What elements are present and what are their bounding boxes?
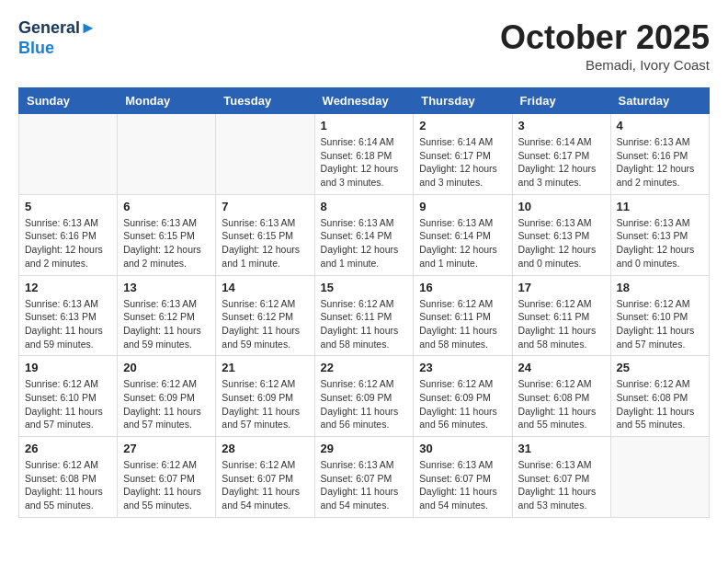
cell-info: Sunrise: 6:12 AM Sunset: 6:09 PM Dayligh… xyxy=(123,377,210,431)
calendar-cell: 1Sunrise: 6:14 AM Sunset: 6:18 PM Daylig… xyxy=(314,114,414,195)
cell-info: Sunrise: 6:12 AM Sunset: 6:11 PM Dayligh… xyxy=(518,297,605,351)
day-number: 16 xyxy=(419,281,506,294)
day-number: 8 xyxy=(321,200,408,213)
cell-info: Sunrise: 6:13 AM Sunset: 6:07 PM Dayligh… xyxy=(321,458,408,512)
calendar-cell: 16Sunrise: 6:12 AM Sunset: 6:11 PM Dayli… xyxy=(414,275,512,356)
cell-info: Sunrise: 6:12 AM Sunset: 6:09 PM Dayligh… xyxy=(222,377,308,431)
day-number: 29 xyxy=(321,442,408,455)
day-number: 30 xyxy=(419,442,506,455)
calendar-cell: 3Sunrise: 6:14 AM Sunset: 6:17 PM Daylig… xyxy=(512,114,610,195)
page-header: General► Blue October 2025 Bemadi, Ivory… xyxy=(18,18,710,73)
cell-info: Sunrise: 6:13 AM Sunset: 6:14 PM Dayligh… xyxy=(419,216,506,270)
day-number: 9 xyxy=(419,200,506,213)
header-tuesday: Tuesday xyxy=(216,88,314,114)
location: Bemadi, Ivory Coast xyxy=(500,57,710,73)
calendar-cell xyxy=(19,114,118,195)
week-row-5: 26Sunrise: 6:12 AM Sunset: 6:08 PM Dayli… xyxy=(19,437,710,518)
month-title: October 2025 xyxy=(500,18,710,57)
cell-info: Sunrise: 6:13 AM Sunset: 6:07 PM Dayligh… xyxy=(518,458,605,512)
cell-info: Sunrise: 6:12 AM Sunset: 6:10 PM Dayligh… xyxy=(25,377,111,431)
day-number: 19 xyxy=(25,361,111,374)
day-number: 1 xyxy=(321,119,408,132)
day-number: 22 xyxy=(321,361,408,374)
calendar-cell: 29Sunrise: 6:13 AM Sunset: 6:07 PM Dayli… xyxy=(314,437,414,518)
day-number: 26 xyxy=(25,442,111,455)
day-number: 3 xyxy=(518,119,605,132)
cell-info: Sunrise: 6:14 AM Sunset: 6:17 PM Dayligh… xyxy=(419,135,506,190)
day-number: 6 xyxy=(123,200,210,213)
calendar-cell: 30Sunrise: 6:13 AM Sunset: 6:07 PM Dayli… xyxy=(414,437,512,518)
day-number: 27 xyxy=(123,442,210,455)
calendar-cell: 14Sunrise: 6:12 AM Sunset: 6:12 PM Dayli… xyxy=(216,275,314,356)
day-number: 17 xyxy=(518,281,605,294)
day-number: 21 xyxy=(222,361,308,374)
calendar-cell: 23Sunrise: 6:12 AM Sunset: 6:09 PM Dayli… xyxy=(414,356,512,437)
day-number: 24 xyxy=(518,361,605,374)
day-number: 10 xyxy=(518,200,605,213)
logo: General► Blue xyxy=(18,18,97,58)
day-number: 20 xyxy=(123,361,210,374)
day-number: 15 xyxy=(321,281,408,294)
calendar-cell: 4Sunrise: 6:13 AM Sunset: 6:16 PM Daylig… xyxy=(610,114,709,195)
cell-info: Sunrise: 6:13 AM Sunset: 6:13 PM Dayligh… xyxy=(518,216,605,270)
day-number: 11 xyxy=(617,200,703,213)
cell-info: Sunrise: 6:13 AM Sunset: 6:13 PM Dayligh… xyxy=(617,216,703,270)
calendar-cell: 6Sunrise: 6:13 AM Sunset: 6:15 PM Daylig… xyxy=(118,194,216,275)
cell-info: Sunrise: 6:12 AM Sunset: 6:12 PM Dayligh… xyxy=(222,297,308,351)
cell-info: Sunrise: 6:14 AM Sunset: 6:17 PM Dayligh… xyxy=(518,135,605,190)
day-number: 12 xyxy=(25,281,111,294)
week-row-4: 19Sunrise: 6:12 AM Sunset: 6:10 PM Dayli… xyxy=(19,356,710,437)
calendar-cell: 27Sunrise: 6:12 AM Sunset: 6:07 PM Dayli… xyxy=(118,437,216,518)
calendar-cell: 2Sunrise: 6:14 AM Sunset: 6:17 PM Daylig… xyxy=(414,114,512,195)
calendar-cell: 13Sunrise: 6:13 AM Sunset: 6:12 PM Dayli… xyxy=(118,275,216,356)
cell-info: Sunrise: 6:13 AM Sunset: 6:15 PM Dayligh… xyxy=(222,216,308,270)
calendar-cell: 24Sunrise: 6:12 AM Sunset: 6:08 PM Dayli… xyxy=(512,356,610,437)
header-friday: Friday xyxy=(512,88,610,114)
calendar-cell: 5Sunrise: 6:13 AM Sunset: 6:16 PM Daylig… xyxy=(19,194,118,275)
day-number: 25 xyxy=(617,361,703,374)
calendar-cell: 31Sunrise: 6:13 AM Sunset: 6:07 PM Dayli… xyxy=(512,437,610,518)
calendar-cell xyxy=(118,114,216,195)
calendar-cell: 11Sunrise: 6:13 AM Sunset: 6:13 PM Dayli… xyxy=(610,194,709,275)
cell-info: Sunrise: 6:12 AM Sunset: 6:08 PM Dayligh… xyxy=(518,377,605,431)
header-thursday: Thursday xyxy=(414,88,512,114)
cell-info: Sunrise: 6:12 AM Sunset: 6:08 PM Dayligh… xyxy=(617,377,703,431)
calendar-cell: 18Sunrise: 6:12 AM Sunset: 6:10 PM Dayli… xyxy=(610,275,709,356)
calendar-cell: 8Sunrise: 6:13 AM Sunset: 6:14 PM Daylig… xyxy=(314,194,414,275)
calendar-cell: 21Sunrise: 6:12 AM Sunset: 6:09 PM Dayli… xyxy=(216,356,314,437)
header-sunday: Sunday xyxy=(19,88,118,114)
week-row-3: 12Sunrise: 6:13 AM Sunset: 6:13 PM Dayli… xyxy=(19,275,710,356)
day-number: 13 xyxy=(123,281,210,294)
cell-info: Sunrise: 6:13 AM Sunset: 6:13 PM Dayligh… xyxy=(25,297,111,351)
calendar-cell: 26Sunrise: 6:12 AM Sunset: 6:08 PM Dayli… xyxy=(19,437,118,518)
calendar-cell: 22Sunrise: 6:12 AM Sunset: 6:09 PM Dayli… xyxy=(314,356,414,437)
calendar-cell: 7Sunrise: 6:13 AM Sunset: 6:15 PM Daylig… xyxy=(216,194,314,275)
calendar-cell xyxy=(610,437,709,518)
day-number: 4 xyxy=(617,119,703,132)
calendar-table: SundayMondayTuesdayWednesdayThursdayFrid… xyxy=(18,87,710,518)
cell-info: Sunrise: 6:12 AM Sunset: 6:09 PM Dayligh… xyxy=(419,377,506,431)
header-monday: Monday xyxy=(118,88,216,114)
cell-info: Sunrise: 6:13 AM Sunset: 6:12 PM Dayligh… xyxy=(123,297,210,351)
days-header-row: SundayMondayTuesdayWednesdayThursdayFrid… xyxy=(19,88,710,114)
header-wednesday: Wednesday xyxy=(314,88,414,114)
logo-text: General► Blue xyxy=(18,18,97,58)
calendar-cell: 9Sunrise: 6:13 AM Sunset: 6:14 PM Daylig… xyxy=(414,194,512,275)
calendar-cell: 19Sunrise: 6:12 AM Sunset: 6:10 PM Dayli… xyxy=(19,356,118,437)
day-number: 23 xyxy=(419,361,506,374)
cell-info: Sunrise: 6:12 AM Sunset: 6:07 PM Dayligh… xyxy=(123,458,210,512)
cell-info: Sunrise: 6:12 AM Sunset: 6:08 PM Dayligh… xyxy=(25,458,111,512)
calendar-cell: 12Sunrise: 6:13 AM Sunset: 6:13 PM Dayli… xyxy=(19,275,118,356)
cell-info: Sunrise: 6:12 AM Sunset: 6:11 PM Dayligh… xyxy=(321,297,408,351)
week-row-2: 5Sunrise: 6:13 AM Sunset: 6:16 PM Daylig… xyxy=(19,194,710,275)
calendar-cell: 15Sunrise: 6:12 AM Sunset: 6:11 PM Dayli… xyxy=(314,275,414,356)
cell-info: Sunrise: 6:13 AM Sunset: 6:14 PM Dayligh… xyxy=(321,216,408,270)
cell-info: Sunrise: 6:12 AM Sunset: 6:07 PM Dayligh… xyxy=(222,458,308,512)
calendar-cell: 25Sunrise: 6:12 AM Sunset: 6:08 PM Dayli… xyxy=(610,356,709,437)
cell-info: Sunrise: 6:12 AM Sunset: 6:09 PM Dayligh… xyxy=(321,377,408,431)
calendar-cell: 10Sunrise: 6:13 AM Sunset: 6:13 PM Dayli… xyxy=(512,194,610,275)
day-number: 2 xyxy=(419,119,506,132)
day-number: 31 xyxy=(518,442,605,455)
day-number: 5 xyxy=(25,200,111,213)
day-number: 7 xyxy=(222,200,308,213)
